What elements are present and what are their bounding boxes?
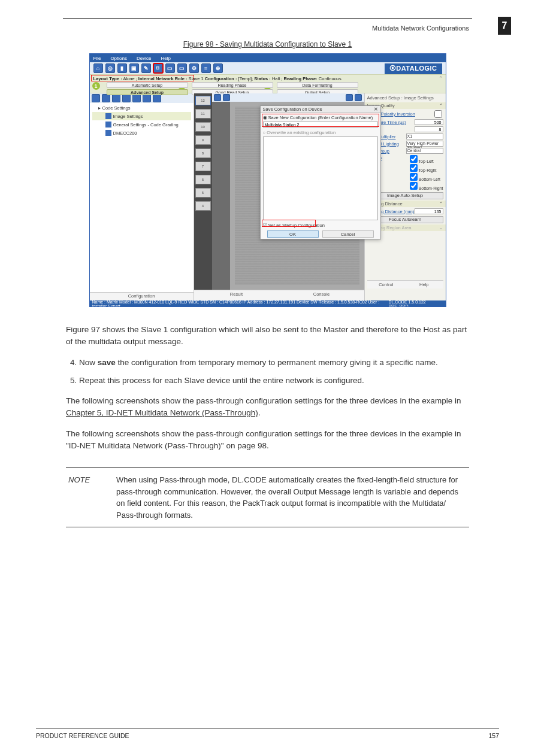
left-pane: ▸ Code Settings Image Settings General S… [90, 93, 194, 300]
thumb-7[interactable]: 7 [195, 162, 211, 171]
footer-left: PRODUCT REFERENCE GUIDE [36, 732, 129, 739]
lt-icon[interactable] [102, 94, 110, 102]
gain-input[interactable] [415, 126, 443, 132]
lt-icon[interactable] [92, 94, 100, 102]
figure-caption: Figure 98 - Saving Multidata Configurati… [24, 40, 511, 48]
note-text: When using Pass-through mode, DL.CODE au… [116, 474, 467, 521]
step-1-icon: 1 [92, 82, 100, 90]
collapse-ribbon-icon[interactable]: ⌃ [439, 75, 443, 81]
center-footer: Result Console [194, 290, 364, 300]
stop-icon[interactable] [355, 94, 362, 101]
readdist-input[interactable] [415, 208, 443, 214]
data-formatting-button[interactable]: Data Formatting [277, 82, 358, 88]
menu-options[interactable]: Options [110, 56, 127, 61]
header-section: Multidata Network Configurations [24, 25, 469, 32]
code-icon [105, 130, 111, 136]
play2-icon[interactable] [346, 94, 353, 101]
ribbon: Layout Type : Alone ; Internal Network R… [90, 74, 446, 93]
window-icon[interactable]: ▭ [177, 63, 187, 73]
paragraph-3: The following screenshots show the pass-… [66, 428, 469, 453]
page-footer: PRODUCT REFERENCE GUIDE 157 [36, 728, 499, 739]
overwrite-radio[interactable]: ○ Overwrite an existing configuration [263, 130, 378, 135]
play-icon[interactable] [214, 94, 221, 101]
control-tab[interactable]: Control [367, 281, 406, 289]
lt-icon[interactable] [112, 94, 120, 102]
lighting-select[interactable]: Very High-Power Strobed [406, 141, 443, 147]
sector-br[interactable]: Bottom-Right [410, 182, 443, 190]
center-pane: 12 11 10 9 8 7 6 5 4 [194, 93, 364, 300]
status-right: DL.CODE 1.5.0.122 PRE_PRD [388, 300, 443, 307]
thumb-6[interactable]: 6 [195, 175, 211, 184]
list-icon[interactable]: ≡ [201, 63, 211, 73]
reading-phase-button[interactable]: Reading Phase [192, 82, 273, 88]
note-block: NOTE When using Pass-through mode, DL.CO… [66, 467, 469, 527]
settings-icon[interactable]: ⚙ [189, 63, 199, 73]
lt-icon[interactable] [132, 94, 141, 102]
app-screenshot: File Options Device Help ⌂ ◎ ▮ ▣ ✎ ⌑ ▭ ▭… [89, 53, 446, 307]
menu-device[interactable]: Device [137, 56, 151, 61]
paragraph-1: Figure 97 shows the Slave 1 configuratio… [66, 324, 469, 348]
main-toolbar: ⌂ ◎ ▮ ▣ ✎ ⌑ ▭ ▭ ⚙ ≡ ⊕ ⦿DATALOGIC [90, 62, 446, 74]
settings-icon [105, 122, 111, 127]
tree-general-settings[interactable]: General Settings - Code Grading [92, 120, 191, 129]
highlight-new-config [262, 114, 379, 127]
lt-icon[interactable] [153, 94, 161, 102]
sector-tr[interactable]: Top-Right [410, 164, 443, 172]
thumb-11[interactable]: 11 [195, 109, 211, 119]
sector-tl[interactable]: Top-Left [410, 155, 443, 163]
menu-help[interactable]: Help [161, 56, 170, 61]
gain-mul-select[interactable]: X1 [406, 133, 443, 139]
thumbnail-strip: 12 11 10 9 8 7 6 5 4 [194, 93, 212, 300]
thumb-5[interactable]: 5 [195, 188, 211, 198]
image-icon [105, 113, 111, 119]
device-icon[interactable]: ▭ [165, 63, 175, 73]
thumb-9[interactable]: 9 [195, 135, 211, 145]
status-left: Name : Matrix Model : M300N 412-010 LQL-… [92, 300, 389, 307]
list-item-4: Now save the configuration from temporar… [79, 357, 469, 369]
target-icon[interactable]: ⊕ [213, 63, 223, 73]
help-tab[interactable]: Help [405, 281, 443, 289]
existing-configs-list[interactable] [263, 136, 378, 220]
save-icon[interactable]: ▣ [129, 63, 139, 73]
user-icon[interactable]: ▮ [117, 63, 127, 73]
chapter-number: 7 [498, 17, 511, 35]
tree-dmecc200[interactable]: DMECC200 [92, 129, 191, 137]
monitor-icon[interactable]: ⌑ [153, 63, 163, 73]
led-select[interactable]: Central [406, 148, 443, 154]
brand-logo: ⦿DATALOGIC [385, 63, 442, 74]
automatic-setup-button[interactable]: Automatic Setup [107, 82, 188, 88]
thumb-10[interactable]: 10 [195, 122, 211, 132]
dialog-title: Save Configuration on Device [263, 107, 322, 112]
tree-image-settings[interactable]: Image Settings [92, 112, 191, 120]
lt-icon[interactable] [122, 94, 131, 102]
result-tab[interactable]: Result [194, 290, 279, 300]
thumb-4[interactable]: 4 [195, 201, 211, 211]
view-toolbar [212, 93, 364, 102]
status-bar: Name : Matrix Model : M300N 412-010 LQL-… [90, 300, 446, 307]
menu-file[interactable]: File [93, 56, 101, 61]
console-tab[interactable]: Console [279, 290, 364, 300]
status-line: Layout Type : Alone ; Internal Network R… [92, 75, 343, 82]
close-icon[interactable]: ✕ [374, 107, 378, 112]
thumb-8[interactable]: 8 [195, 148, 211, 158]
ok-button[interactable]: OK [267, 230, 319, 238]
dialog-titlebar: Save Configuration on Device ✕ [261, 106, 380, 113]
pause-icon[interactable] [223, 94, 230, 101]
note-label: NOTE [68, 474, 116, 486]
cancel-button[interactable]: Cancel [322, 230, 374, 238]
list-item-5: Repeat this process for each Slave devic… [79, 375, 469, 387]
left-footer: Configuration [90, 292, 194, 300]
home-icon[interactable]: ⌂ [93, 63, 103, 73]
view-area: Save Configuration on Device ✕ ◉ Save Ne… [212, 93, 364, 300]
footer-right: 157 [488, 732, 499, 739]
tree-root[interactable]: ▸ Code Settings [92, 104, 191, 112]
sector-bl[interactable]: Bottom-Left [410, 173, 443, 181]
polarity-checkbox[interactable] [434, 110, 442, 118]
exposure-input[interactable] [415, 119, 443, 125]
lt-icon[interactable] [143, 94, 151, 102]
connect-icon[interactable]: ◎ [105, 63, 115, 73]
advanced-setup-button[interactable]: Advanced Setup [107, 89, 188, 95]
highlight-startup-checkbox [262, 220, 316, 227]
thumb-12[interactable]: 12 [195, 96, 211, 105]
tool-icon[interactable]: ✎ [141, 63, 151, 73]
